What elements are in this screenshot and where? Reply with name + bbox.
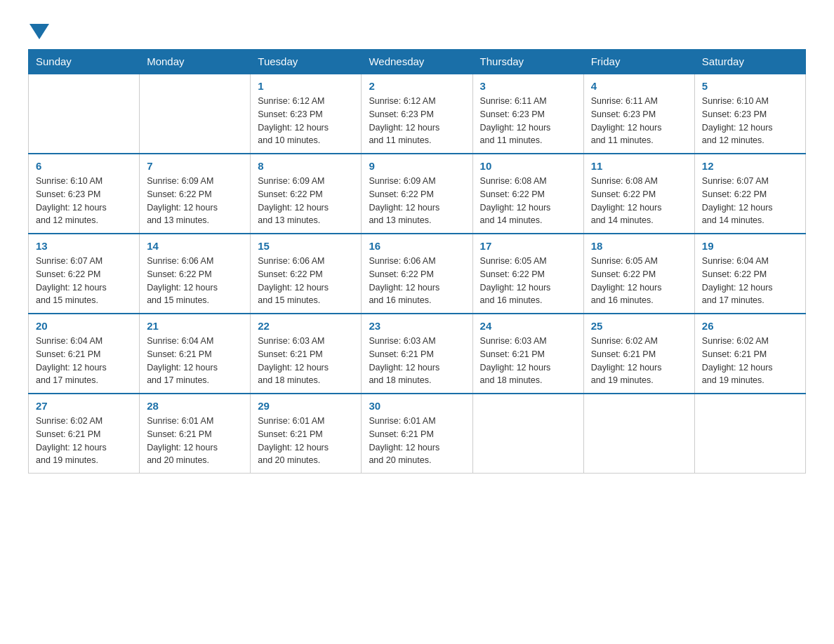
calendar-cell: 10Sunrise: 6:08 AM Sunset: 6:22 PM Dayli… <box>472 154 583 234</box>
calendar-cell: 5Sunrise: 6:10 AM Sunset: 6:23 PM Daylig… <box>694 74 805 154</box>
calendar-cell: 28Sunrise: 6:01 AM Sunset: 6:21 PM Dayli… <box>140 394 251 474</box>
day-info: Sunrise: 6:06 AM Sunset: 6:22 PM Dayligh… <box>258 255 354 307</box>
day-info: Sunrise: 6:02 AM Sunset: 6:21 PM Dayligh… <box>702 335 798 387</box>
day-info: Sunrise: 6:09 AM Sunset: 6:22 PM Dayligh… <box>258 175 354 227</box>
calendar-cell <box>140 74 251 154</box>
calendar-cell: 27Sunrise: 6:02 AM Sunset: 6:21 PM Dayli… <box>29 394 140 474</box>
day-info: Sunrise: 6:06 AM Sunset: 6:22 PM Dayligh… <box>147 255 243 307</box>
calendar-header-row: SundayMondayTuesdayWednesdayThursdayFrid… <box>29 50 806 74</box>
day-info: Sunrise: 6:02 AM Sunset: 6:21 PM Dayligh… <box>36 415 132 467</box>
day-info: Sunrise: 6:12 AM Sunset: 6:23 PM Dayligh… <box>258 95 354 147</box>
day-info: Sunrise: 6:04 AM Sunset: 6:21 PM Dayligh… <box>147 335 243 387</box>
calendar-cell: 20Sunrise: 6:04 AM Sunset: 6:21 PM Dayli… <box>29 314 140 394</box>
day-info: Sunrise: 6:08 AM Sunset: 6:22 PM Dayligh… <box>591 175 687 227</box>
calendar-cell: 3Sunrise: 6:11 AM Sunset: 6:23 PM Daylig… <box>472 74 583 154</box>
day-number: 12 <box>702 160 798 172</box>
day-number: 26 <box>702 320 798 332</box>
day-info: Sunrise: 6:03 AM Sunset: 6:21 PM Dayligh… <box>258 335 354 387</box>
day-info: Sunrise: 6:01 AM Sunset: 6:21 PM Dayligh… <box>258 415 354 467</box>
day-info: Sunrise: 6:07 AM Sunset: 6:22 PM Dayligh… <box>702 175 798 227</box>
day-info: Sunrise: 6:04 AM Sunset: 6:22 PM Dayligh… <box>702 255 798 307</box>
calendar-header-wednesday: Wednesday <box>362 50 472 74</box>
day-number: 27 <box>36 400 132 412</box>
calendar-week-row: 20Sunrise: 6:04 AM Sunset: 6:21 PM Dayli… <box>29 314 806 394</box>
day-number: 14 <box>147 240 243 252</box>
calendar-cell: 29Sunrise: 6:01 AM Sunset: 6:21 PM Dayli… <box>251 394 362 474</box>
calendar-cell <box>694 394 805 474</box>
day-number: 7 <box>147 160 243 172</box>
calendar-cell: 9Sunrise: 6:09 AM Sunset: 6:22 PM Daylig… <box>362 154 472 234</box>
day-number: 8 <box>258 160 354 172</box>
day-number: 13 <box>36 240 132 252</box>
calendar-cell: 19Sunrise: 6:04 AM Sunset: 6:22 PM Dayli… <box>694 234 805 314</box>
calendar-cell: 7Sunrise: 6:09 AM Sunset: 6:22 PM Daylig… <box>140 154 251 234</box>
calendar-cell: 8Sunrise: 6:09 AM Sunset: 6:22 PM Daylig… <box>251 154 362 234</box>
logo-triangle-icon <box>29 24 49 39</box>
day-number: 19 <box>702 240 798 252</box>
calendar-cell: 24Sunrise: 6:03 AM Sunset: 6:21 PM Dayli… <box>472 314 583 394</box>
day-info: Sunrise: 6:03 AM Sunset: 6:21 PM Dayligh… <box>480 335 576 387</box>
calendar-cell <box>583 394 694 474</box>
day-info: Sunrise: 6:04 AM Sunset: 6:21 PM Dayligh… <box>36 335 132 387</box>
calendar-header-tuesday: Tuesday <box>251 50 362 74</box>
calendar-week-row: 27Sunrise: 6:02 AM Sunset: 6:21 PM Dayli… <box>29 394 806 474</box>
day-number: 28 <box>147 400 243 412</box>
day-number: 5 <box>702 80 798 92</box>
calendar-table: SundayMondayTuesdayWednesdayThursdayFrid… <box>28 49 806 474</box>
day-number: 9 <box>369 160 465 172</box>
day-info: Sunrise: 6:12 AM Sunset: 6:23 PM Dayligh… <box>369 95 465 147</box>
calendar-cell: 11Sunrise: 6:08 AM Sunset: 6:22 PM Dayli… <box>583 154 694 234</box>
day-number: 10 <box>480 160 576 172</box>
calendar-cell: 15Sunrise: 6:06 AM Sunset: 6:22 PM Dayli… <box>251 234 362 314</box>
calendar-header-monday: Monday <box>140 50 251 74</box>
day-number: 30 <box>369 400 465 412</box>
day-info: Sunrise: 6:01 AM Sunset: 6:21 PM Dayligh… <box>147 415 243 467</box>
day-info: Sunrise: 6:08 AM Sunset: 6:22 PM Dayligh… <box>480 175 576 227</box>
day-number: 23 <box>369 320 465 332</box>
day-info: Sunrise: 6:10 AM Sunset: 6:23 PM Dayligh… <box>36 175 132 227</box>
calendar-week-row: 13Sunrise: 6:07 AM Sunset: 6:22 PM Dayli… <box>29 234 806 314</box>
day-number: 16 <box>369 240 465 252</box>
day-number: 22 <box>258 320 354 332</box>
day-info: Sunrise: 6:05 AM Sunset: 6:22 PM Dayligh… <box>591 255 687 307</box>
day-info: Sunrise: 6:03 AM Sunset: 6:21 PM Dayligh… <box>369 335 465 387</box>
calendar-cell <box>29 74 140 154</box>
calendar-cell: 4Sunrise: 6:11 AM Sunset: 6:23 PM Daylig… <box>583 74 694 154</box>
calendar-cell: 18Sunrise: 6:05 AM Sunset: 6:22 PM Dayli… <box>583 234 694 314</box>
calendar-cell: 14Sunrise: 6:06 AM Sunset: 6:22 PM Dayli… <box>140 234 251 314</box>
calendar-cell <box>472 394 583 474</box>
day-number: 11 <box>591 160 687 172</box>
calendar-header-friday: Friday <box>583 50 694 74</box>
calendar-cell: 13Sunrise: 6:07 AM Sunset: 6:22 PM Dayli… <box>29 234 140 314</box>
calendar-cell: 26Sunrise: 6:02 AM Sunset: 6:21 PM Dayli… <box>694 314 805 394</box>
day-number: 24 <box>480 320 576 332</box>
calendar-header-saturday: Saturday <box>694 50 805 74</box>
calendar-cell: 21Sunrise: 6:04 AM Sunset: 6:21 PM Dayli… <box>140 314 251 394</box>
day-info: Sunrise: 6:10 AM Sunset: 6:23 PM Dayligh… <box>702 95 798 147</box>
day-number: 21 <box>147 320 243 332</box>
calendar-header-sunday: Sunday <box>29 50 140 74</box>
day-number: 6 <box>36 160 132 172</box>
day-number: 4 <box>591 80 687 92</box>
calendar-cell: 12Sunrise: 6:07 AM Sunset: 6:22 PM Dayli… <box>694 154 805 234</box>
calendar-cell: 16Sunrise: 6:06 AM Sunset: 6:22 PM Dayli… <box>362 234 472 314</box>
day-info: Sunrise: 6:09 AM Sunset: 6:22 PM Dayligh… <box>369 175 465 227</box>
day-number: 3 <box>480 80 576 92</box>
day-info: Sunrise: 6:02 AM Sunset: 6:21 PM Dayligh… <box>591 335 687 387</box>
day-info: Sunrise: 6:05 AM Sunset: 6:22 PM Dayligh… <box>480 255 576 307</box>
day-info: Sunrise: 6:11 AM Sunset: 6:23 PM Dayligh… <box>591 95 687 147</box>
day-number: 25 <box>591 320 687 332</box>
calendar-header-thursday: Thursday <box>472 50 583 74</box>
day-number: 2 <box>369 80 465 92</box>
page-header <box>28 21 806 35</box>
calendar-cell: 22Sunrise: 6:03 AM Sunset: 6:21 PM Dayli… <box>251 314 362 394</box>
calendar-cell: 30Sunrise: 6:01 AM Sunset: 6:21 PM Dayli… <box>362 394 472 474</box>
day-number: 15 <box>258 240 354 252</box>
calendar-cell: 17Sunrise: 6:05 AM Sunset: 6:22 PM Dayli… <box>472 234 583 314</box>
day-number: 1 <box>258 80 354 92</box>
day-number: 18 <box>591 240 687 252</box>
day-number: 29 <box>258 400 354 412</box>
calendar-week-row: 6Sunrise: 6:10 AM Sunset: 6:23 PM Daylig… <box>29 154 806 234</box>
day-info: Sunrise: 6:06 AM Sunset: 6:22 PM Dayligh… <box>369 255 465 307</box>
logo <box>28 21 51 35</box>
